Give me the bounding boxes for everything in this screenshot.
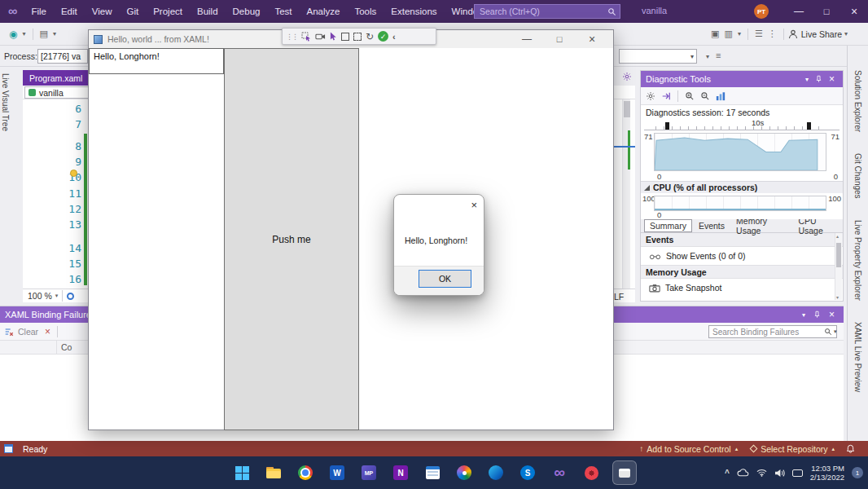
chevron-down-icon[interactable]: ▾	[704, 53, 712, 60]
timeline-ruler[interactable]: 10s	[644, 119, 840, 130]
word-icon[interactable]: W	[327, 462, 348, 483]
scroll-up-icon[interactable]: ▴	[836, 233, 839, 239]
close-icon[interactable]: ×	[840, 0, 868, 23]
clear-button[interactable]: Clear	[18, 327, 38, 337]
onedrive-cloud-icon[interactable]	[737, 469, 749, 477]
bell-icon[interactable]	[846, 444, 855, 454]
take-snapshot-row[interactable]: Take Snapshot	[641, 279, 843, 297]
line-ending-indicator[interactable]: LF	[614, 292, 624, 302]
toolbar-caret-icon[interactable]: ▾	[20, 30, 28, 37]
chevron-down-icon[interactable]: ▾	[833, 328, 840, 335]
push-me-button[interactable]: Push me	[224, 48, 359, 430]
live-share-caret-icon[interactable]: ▾	[842, 30, 850, 37]
screen-capture-icon[interactable]	[315, 33, 326, 41]
layout-adorners-icon[interactable]	[341, 33, 349, 41]
collapse-toolbar-icon[interactable]: ‹	[392, 32, 396, 42]
menu-git[interactable]: Git	[119, 0, 146, 23]
tab-summary[interactable]: Summary	[644, 219, 692, 232]
calendar-icon[interactable]	[422, 462, 443, 483]
tab-git-changes[interactable]: Git Changes	[853, 153, 862, 199]
toolbar-caret-icon[interactable]: ▾	[735, 30, 743, 37]
overflow-icon[interactable]: ⋮	[765, 29, 779, 39]
column-header[interactable]: Co	[57, 342, 72, 352]
chevron-down-icon[interactable]: ▾	[52, 293, 59, 299]
close-icon[interactable]: ×	[576, 30, 608, 48]
quick-search-box[interactable]	[474, 4, 620, 19]
show-events-row[interactable]: Show Events (0 of 0)	[641, 247, 843, 265]
pin-icon[interactable]	[812, 75, 826, 83]
notification-badge[interactable]: 1	[852, 467, 863, 478]
settings-gear-icon[interactable]	[646, 91, 655, 101]
live-visual-tree-tab[interactable]: Live Visual Tree	[0, 67, 11, 303]
maximize-icon[interactable]: □	[813, 0, 840, 23]
toolbar-options-icon[interactable]: ≡	[713, 51, 723, 60]
scrollbar-thumb[interactable]	[624, 101, 630, 117]
xaml-inapp-toolbar[interactable]: ⋮⋮ ↻ ✓ ‹	[282, 28, 436, 45]
touch-keyboard-icon[interactable]	[792, 469, 803, 477]
tab-xaml-live-preview[interactable]: XAML Live Preview	[853, 322, 862, 392]
clear-all-icon[interactable]	[4, 327, 14, 337]
wifi-icon[interactable]	[756, 469, 767, 477]
pointer-icon[interactable]	[330, 32, 337, 41]
speaker-icon[interactable]	[774, 469, 785, 478]
menu-tools[interactable]: Tools	[347, 0, 384, 23]
cpu-section-header[interactable]: CPU (% of all processors)	[641, 181, 843, 193]
export-icon[interactable]	[661, 91, 671, 101]
onenote-icon[interactable]: N	[390, 462, 411, 483]
pin-icon[interactable]	[809, 311, 825, 319]
zoom-level[interactable]: 100 %	[23, 291, 52, 301]
debug-target-combo[interactable]: ▾	[619, 49, 697, 64]
document-outline-icon[interactable]: ▤	[37, 29, 50, 39]
avatar[interactable]: PT	[754, 4, 769, 19]
split-view-icon[interactable]	[67, 293, 74, 300]
menu-extensions[interactable]: Extensions	[384, 0, 444, 23]
tab-solution-explorer[interactable]: Solution Explorer	[853, 70, 862, 132]
panel-scrollbar[interactable]: ▴ ▾	[835, 233, 842, 300]
binding-search-box[interactable]: ▾	[708, 325, 837, 338]
process-combo[interactable]: [21776] va	[37, 49, 88, 64]
tab-events[interactable]: Events	[694, 220, 730, 231]
add-to-source-control-button[interactable]: Add to Source Control	[647, 444, 730, 454]
hot-reload-status-icon[interactable]: ✓	[378, 31, 388, 42]
chrome-icon[interactable]	[295, 462, 316, 483]
cpu-graph[interactable]: 100 100 0	[641, 193, 843, 219]
menu-analyze[interactable]: Analyze	[300, 0, 348, 23]
scrollbar-thumb[interactable]	[836, 243, 841, 267]
grid-adorners-icon[interactable]	[353, 33, 362, 41]
chevron-down-icon[interactable]: ▾	[798, 311, 809, 319]
start-button[interactable]	[231, 462, 252, 483]
take-snapshot-link[interactable]: Take Snapshot	[665, 283, 721, 293]
bookmark-icon[interactable]: ☰	[752, 29, 765, 39]
menu-build[interactable]: Build	[190, 0, 226, 23]
binding-search-input[interactable]	[709, 328, 823, 337]
menu-edit[interactable]: Edit	[54, 0, 85, 23]
hot-reload-icon[interactable]: ↻	[366, 32, 374, 42]
chevron-down-icon[interactable]: ▾	[802, 76, 812, 83]
diagnostic-tools-header[interactable]: Diagnostic Tools ▾ ×	[641, 71, 843, 87]
menu-test[interactable]: Test	[267, 0, 299, 23]
red-app-icon[interactable]	[581, 462, 602, 483]
lightbulb-icon[interactable]	[70, 170, 77, 177]
memory-graph[interactable]: 71 71 0 0	[641, 130, 843, 181]
close-icon[interactable]: ×	[471, 200, 477, 210]
minimize-icon[interactable]: —	[785, 0, 813, 23]
copy-icon[interactable]: ▥	[721, 29, 734, 39]
toolbar-caret-icon[interactable]: ▾	[50, 30, 59, 37]
minimize-icon[interactable]: —	[511, 30, 543, 48]
file-explorer-icon[interactable]	[263, 462, 284, 483]
select-repository-button[interactable]: Select Repository	[761, 444, 827, 454]
edge-icon[interactable]	[485, 462, 506, 483]
menu-view[interactable]: View	[85, 0, 120, 23]
live-share-button[interactable]: Live Share	[801, 29, 842, 39]
scroll-down-icon[interactable]: ▾	[836, 294, 839, 300]
show-events-link[interactable]: Show Events (0 of 0)	[666, 251, 745, 261]
skype-icon[interactable]: S	[517, 462, 538, 483]
reset-view-icon[interactable]	[716, 91, 726, 101]
zoom-out-icon[interactable]	[700, 91, 710, 101]
ok-button[interactable]: OK	[419, 270, 471, 288]
photos-icon[interactable]	[454, 462, 475, 483]
tab-live-property-explorer[interactable]: Live Property Explorer	[853, 220, 862, 301]
visual-studio-icon[interactable]: ∞	[549, 462, 570, 483]
search-icon[interactable]	[607, 7, 620, 16]
expander-icon[interactable]	[644, 185, 650, 191]
